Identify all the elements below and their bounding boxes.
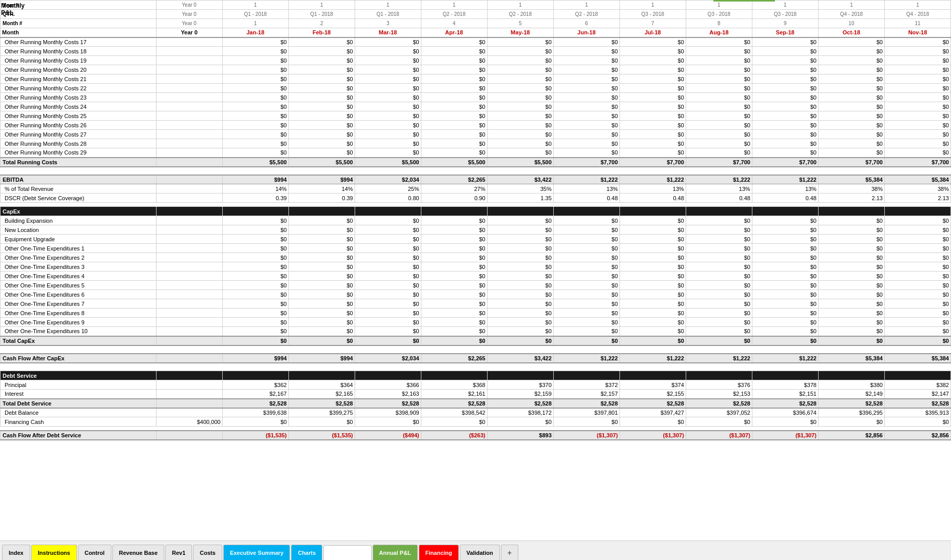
tab-instructions[interactable]: Instructions — [31, 545, 77, 560]
tab-charts[interactable]: Charts — [291, 545, 322, 560]
interest-row: Interest $2,167$2,165$2,163$2,161$2,159$… — [1, 390, 951, 399]
cash-flow-debt-row: Cash Flow After Debt Service ($1,535) ($… — [1, 431, 951, 440]
table-row: Other Running Monthly Costs 22 $0$0$0$0$… — [1, 84, 951, 93]
table-row: Other One-Time Expenditures 5 $0$0$0$0$0… — [1, 281, 951, 290]
table-row: Other One-Time Expenditures 10 $0$0$0$0$… — [1, 327, 951, 336]
tab-costs[interactable]: Costs — [193, 545, 222, 560]
sheet-title: Monthly P&L — [1, 2, 25, 17]
tab-index[interactable]: Index — [2, 545, 30, 560]
total-debt-service-row: Total Debt Service $2,528$2,528$2,528$2,… — [1, 399, 951, 408]
table-row: Other Running Monthly Costs 19 $0$0$0$0$… — [1, 56, 951, 65]
financing-cash-row: Financing Cash$400,000 $0$0$0$0$0$0$0$0$… — [1, 417, 951, 427]
table-row: Other Running Monthly Costs 17 $0$0$0$0$… — [1, 37, 951, 47]
table-row: Other Running Monthly Costs 26 $0$0$0$0$… — [1, 121, 951, 130]
table-row: Other One-Time Expenditures 9 $0$0$0$0$0… — [1, 318, 951, 327]
tab-financing[interactable]: Financing — [419, 545, 459, 560]
active-tab-indicator — [713, 0, 775, 2]
table-row: Other Running Monthly Costs 25 $0$0$0$0$… — [1, 111, 951, 121]
table-row: New Location $0$0$0$0$0$0$0$0$0$0$0 — [1, 225, 951, 235]
table-row: Other One-Time Expenditures 4 $0$0$0$0$0… — [1, 272, 951, 281]
table-row: Other Running Monthly Costs 29 $0$0$0$0$… — [1, 148, 951, 158]
table-row: Other One-Time Expenditures 2 $0$0$0$0$0… — [1, 253, 951, 262]
tab-bar: Index Instructions Control Revenue Base … — [0, 540, 951, 560]
tab-annual-pl[interactable]: Annual P&L — [373, 545, 418, 560]
table-row: Other Running Monthly Costs 23 $0$0$0$0$… — [1, 93, 951, 102]
table-row: Other Running Monthly Costs 24 $0$0$0$0$… — [1, 102, 951, 111]
spacer — [1, 367, 951, 371]
table-row: Other One-Time Expenditures 7 $0$0$0$0$0… — [1, 299, 951, 308]
cash-flow-capex-row: Cash Flow After CapEx $994$994$2,034$2,2… — [1, 354, 951, 363]
tab-rev1[interactable]: Rev1 — [165, 545, 192, 560]
pct-revenue-row: % of Total Revenue 14%14%25%27%35%13%13%… — [1, 184, 951, 194]
table-row: Equipment Upgrade $0$0$0$0$0$0$0$0$0$0$0 — [1, 235, 951, 244]
debt-service-section-header: Debt Service — [1, 371, 951, 380]
table-row: Other Running Monthly Costs 27 $0$0$0$0$… — [1, 130, 951, 139]
tab-monthly-pl[interactable]: Monthly P&L — [323, 545, 371, 560]
tab-executive-summary[interactable]: Executive Summary — [223, 545, 290, 560]
spacer — [1, 350, 951, 354]
main-table: Year # Year 0 1 1 1 1 1 1 1 1 1 1 1 QTR.… — [0, 0, 951, 440]
table-row: Other One-Time Expenditures 8 $0$0$0$0$0… — [1, 308, 951, 318]
spacer — [1, 427, 951, 431]
tab-validation[interactable]: Validation — [460, 545, 500, 560]
spacer — [1, 345, 951, 350]
tab-add[interactable]: + — [501, 545, 518, 560]
debt-balance-row: Debt Balance $399,638$399,275$398,909$39… — [1, 408, 951, 417]
year0-cell: Year 0 — [156, 1, 222, 10]
table-row: Other One-Time Expenditures 3 $0$0$0$0$0… — [1, 262, 951, 272]
principal-row: Principal $362$364$366$368$370$372$374$3… — [1, 380, 951, 390]
capex-section-header: CapEx — [1, 207, 951, 216]
spreadsheet-area: Monthly P&L Year # Year 0 1 1 — [0, 0, 951, 539]
table-row: Building Expansion $0$0$0$0$0$0$0$0$0$0$… — [1, 216, 951, 225]
table-row: Other Running Monthly Costs 20 $0$0$0$0$… — [1, 65, 951, 74]
table-row: Other One-Time Expenditures 1 $0$0$0$0$0… — [1, 244, 951, 253]
tab-revenue-base[interactable]: Revenue Base — [112, 545, 164, 560]
qtr-row: QTR. Year 0 Q1 - 2018 Q1 - 2018 Q1 - 201… — [1, 10, 951, 19]
spacer — [1, 167, 951, 171]
year-row: Year # Year 0 1 1 1 1 1 1 1 1 1 1 1 — [1, 1, 951, 10]
table-row: Other Running Monthly Costs 21 $0$0$0$0$… — [1, 74, 951, 84]
month-header-row: Month Year 0 Jan-18 Feb-18 Mar-18 Apr-18… — [1, 28, 951, 37]
table-row: Other Running Monthly Costs 18 $0$0$0$0$… — [1, 47, 951, 56]
table-row: Other One-Time Expenditures 6 $0$0$0$0$0… — [1, 290, 951, 299]
total-running-costs-row: Total Running Costs $5,500$5,500$5,500$5… — [1, 158, 951, 167]
tab-control[interactable]: Control — [78, 545, 111, 560]
spacer — [1, 363, 951, 367]
dscr-row: DSCR (Debt Service Coverage) 0.390.390.8… — [1, 194, 951, 203]
ebitda-row: EBITDA $994$994$2,034$2,265$3,422$1,222$… — [1, 175, 951, 184]
table-row: Other Running Monthly Costs 28 $0$0$0$0$… — [1, 139, 951, 148]
spacer — [1, 171, 951, 175]
spacer — [1, 203, 951, 207]
month-num-row: Month # Year 0 1 2 3 4 5 6 7 8 9 10 11 — [1, 19, 951, 28]
total-capex-row: Total CapEx $0$0$0$0$0$0$0$0$0$0$0 — [1, 336, 951, 345]
